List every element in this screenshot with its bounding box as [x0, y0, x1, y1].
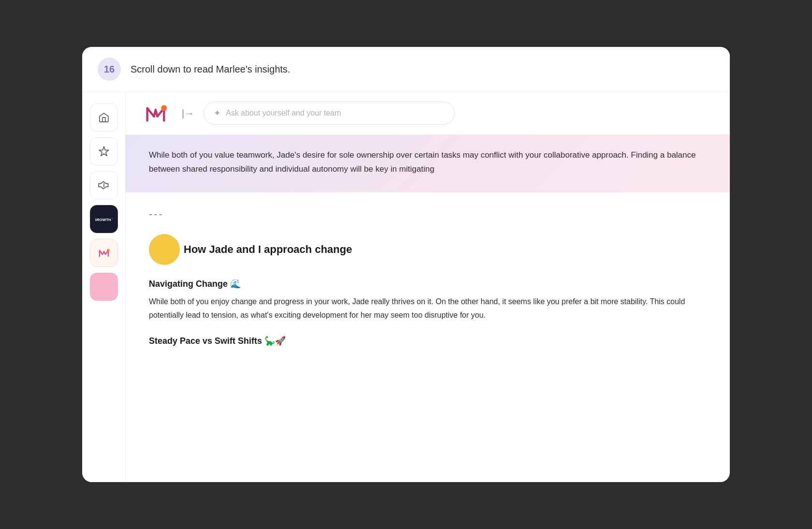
intro-text: While both of you value teamwork, Jade's… — [149, 148, 707, 176]
svg-text:THE GROWTH TEAM: THE GROWTH TEAM — [95, 218, 113, 222]
divider: --- — [149, 208, 707, 220]
sidebar-item-sparkle[interactable] — [90, 137, 118, 165]
marlee-logo — [143, 101, 168, 126]
content-header: |→ ✦ Ask about yourself and your team — [126, 92, 730, 135]
svg-point-2 — [96, 245, 112, 261]
search-placeholder: Ask about yourself and your team — [226, 109, 341, 118]
section-heading-row: How Jade and I approach change — [149, 234, 707, 265]
subsection-body-1: While both of you enjoy change and progr… — [149, 295, 707, 322]
subsection-title-1: Navigating Change 🌊 — [149, 279, 707, 289]
sidebar-item-pink[interactable] — [90, 273, 118, 301]
sidebar-item-marlee[interactable] — [90, 239, 118, 267]
section-circle — [149, 234, 180, 265]
top-banner: 16 Scroll down to read Marlee's insights… — [82, 47, 730, 92]
search-bar[interactable]: ✦ Ask about yourself and your team — [203, 102, 455, 125]
sidebar-item-home[interactable] — [90, 103, 118, 132]
svg-point-4 — [161, 105, 167, 111]
step-badge: 16 — [98, 58, 121, 81]
svg-point-3 — [107, 249, 110, 252]
logo-area — [143, 101, 168, 126]
banner-text: Scroll down to read Marlee's insights. — [130, 64, 290, 75]
main-content: |→ ✦ Ask about yourself and your team Wh… — [126, 92, 730, 482]
insights-area[interactable]: While both of you value teamwork, Jade's… — [126, 135, 730, 482]
subsection-steady-pace: Steady Pace vs Swift Shifts 🦕🚀 — [149, 336, 707, 346]
content-area: THE GROWTH TEAM — [82, 92, 730, 482]
sidebar: THE GROWTH TEAM — [82, 92, 126, 482]
sparkle-search-icon: ✦ — [214, 108, 221, 118]
sidebar-item-growth-team[interactable]: THE GROWTH TEAM — [90, 205, 118, 233]
subsection-navigating-change: Navigating Change 🌊 While both of you en… — [149, 279, 707, 322]
scrollable-content: --- How Jade and I approach change Navig… — [126, 192, 730, 367]
gradient-banner: While both of you value teamwork, Jade's… — [126, 135, 730, 192]
section-heading-text: How Jade and I approach change — [176, 243, 352, 256]
subsection-title-2: Steady Pace vs Swift Shifts 🦕🚀 — [149, 336, 707, 346]
sidebar-item-handshake[interactable] — [90, 171, 118, 199]
expand-icon[interactable]: |→ — [182, 108, 194, 119]
main-card: 16 Scroll down to read Marlee's insights… — [82, 47, 730, 482]
